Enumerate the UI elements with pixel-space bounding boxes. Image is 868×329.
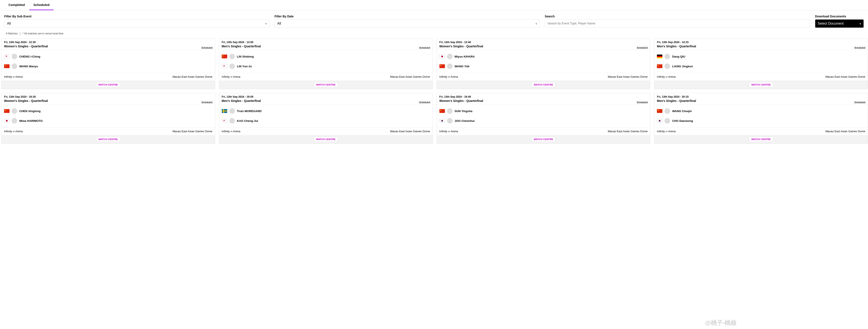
dome: Macao East Asian Games Dome bbox=[826, 130, 865, 133]
match-centre-button[interactable]: MATCH CENTRE bbox=[314, 137, 338, 142]
card-footer: MATCH CENTRE bbox=[219, 80, 433, 89]
tab-scheduled[interactable]: Scheduled bbox=[29, 0, 54, 10]
players-block: WANG Chuqin CHO Daeseong bbox=[654, 104, 868, 127]
filter-date-value: All bbox=[277, 22, 281, 25]
arena: Infinity ∞ Arena bbox=[222, 130, 240, 133]
flag-icon bbox=[222, 119, 227, 123]
avatar bbox=[664, 108, 670, 114]
player-row: Dang QIU bbox=[657, 52, 865, 61]
match-event: Men's Singles - Quarterfinal bbox=[222, 99, 430, 103]
dome: Macao East Asian Games Dome bbox=[608, 130, 648, 133]
match-event: Men's Singles - Quarterfinal bbox=[657, 45, 865, 48]
match-centre-button[interactable]: MATCH CENTRE bbox=[314, 82, 338, 87]
card-footer: MATCH CENTRE bbox=[1, 80, 215, 89]
chevron-down-icon bbox=[266, 22, 267, 25]
player-name: Dang QIU bbox=[672, 55, 685, 58]
dome: Macao East Asian Games Dome bbox=[608, 75, 648, 78]
arena: Infinity ∞ Arena bbox=[4, 75, 23, 78]
arena: Infinity ∞ Arena bbox=[4, 130, 23, 133]
venue-row: Infinity ∞ Arena Macao East Asian Games … bbox=[654, 73, 868, 80]
avatar bbox=[229, 118, 235, 124]
venue-row: Infinity ∞ Arena Macao East Asian Games … bbox=[654, 127, 868, 135]
match-centre-button[interactable]: MATCH CENTRE bbox=[749, 82, 773, 87]
card-header: Fri, 13th Sep 2024 - 12:30 Women's Singl… bbox=[1, 38, 215, 50]
match-card: Fri, 13th Sep 2024 - 18:30 Women's Singl… bbox=[1, 93, 215, 144]
player-row: LIN Shidong bbox=[222, 52, 430, 61]
match-centre-button[interactable]: MATCH CENTRE bbox=[531, 137, 555, 142]
player-name: CHO Daeseong bbox=[672, 119, 693, 122]
player-row: Truls MOREGARD bbox=[222, 106, 430, 116]
documents-value: Select Document bbox=[818, 22, 844, 25]
filter-date-select[interactable]: All bbox=[275, 19, 540, 28]
search-input[interactable] bbox=[545, 19, 810, 27]
avatar bbox=[664, 63, 670, 69]
documents-select[interactable]: Select Document bbox=[815, 19, 864, 28]
player-name: CHENG I-Ching bbox=[19, 55, 40, 58]
status-badge: Scheduled bbox=[636, 47, 649, 49]
card-header: Fri, 13th Sep 2024 - 18:30 Women's Singl… bbox=[1, 93, 215, 104]
venue-row: Infinity ∞ Arena Macao East Asian Games … bbox=[437, 127, 650, 135]
match-card: Fri, 13th Sep 2024 - 20:15 Men's Singles… bbox=[654, 93, 868, 144]
status-badge: Scheduled bbox=[201, 47, 213, 49]
filters-row: Filter By Sub Event All Filter By Date A… bbox=[0, 10, 868, 32]
players-block: Dang QIU LIANG Jingkun bbox=[654, 50, 868, 73]
tabs: Completed Scheduled bbox=[0, 0, 868, 10]
players-block: CHEN Xingtong Miwa HARIMOTO bbox=[1, 104, 215, 127]
filter-sub-event-select[interactable]: All bbox=[4, 19, 270, 28]
dome: Macao East Asian Games Dome bbox=[173, 75, 212, 78]
match-centre-button[interactable]: MATCH CENTRE bbox=[96, 137, 120, 142]
avatar bbox=[229, 63, 235, 69]
avatar bbox=[12, 63, 17, 69]
match-datetime: Fri, 13th Sep 2024 - 19:05 bbox=[222, 95, 430, 98]
flag-icon bbox=[657, 119, 662, 123]
player-name: Miwa HARIMOTO bbox=[19, 119, 42, 122]
player-row: WANG Yidi bbox=[439, 61, 648, 71]
match-centre-button[interactable]: MATCH CENTRE bbox=[531, 82, 555, 87]
player-row: JOO Cheonhui bbox=[439, 116, 648, 126]
tab-completed[interactable]: Completed bbox=[4, 0, 29, 10]
dome: Macao East Asian Games Dome bbox=[390, 130, 430, 133]
match-datetime: Fri, 13th Sep 2024 - 12:30 bbox=[4, 41, 212, 44]
player-row: Miyuu KIHARA bbox=[439, 52, 648, 61]
player-row: WANG Manyu bbox=[4, 61, 212, 71]
meta-row: 8 Matches | * All matches are in venue l… bbox=[0, 32, 868, 37]
flag-icon bbox=[222, 64, 227, 68]
chevron-down-icon bbox=[860, 22, 861, 25]
player-name: Miyuu KIHARA bbox=[455, 55, 475, 58]
dome: Macao East Asian Games Dome bbox=[826, 75, 865, 78]
player-row: Miwa HARIMOTO bbox=[4, 116, 212, 126]
arena: Infinity ∞ Arena bbox=[657, 75, 676, 78]
flag-icon bbox=[657, 64, 662, 68]
flag-icon bbox=[439, 64, 445, 68]
match-datetime: Fri, 13th Sep 2024 - 18:30 bbox=[4, 95, 212, 98]
status-badge: Scheduled bbox=[636, 101, 649, 104]
match-datetime: Fri, 13th Sep 2024 - 13:05 bbox=[222, 41, 430, 44]
flag-icon bbox=[222, 109, 227, 113]
match-datetime: Fri, 13th Sep 2024 - 13:40 bbox=[439, 41, 648, 44]
avatar bbox=[12, 118, 17, 124]
match-event: Men's Singles - Quarterfinal bbox=[222, 45, 430, 48]
match-centre-button[interactable]: MATCH CENTRE bbox=[749, 137, 773, 142]
match-count: 8 Matches bbox=[6, 32, 18, 35]
chevron-down-icon bbox=[536, 22, 537, 25]
card-header: Fri, 13th Sep 2024 - 19:05 Men's Singles… bbox=[219, 93, 433, 104]
card-header: Fri, 13th Sep 2024 - 19:40 Women's Singl… bbox=[437, 93, 650, 104]
match-card: Fri, 13th Sep 2024 - 13:05 Men's Singles… bbox=[219, 38, 433, 89]
player-name: KAO Cheng-Jui bbox=[237, 119, 258, 122]
venue-row: Infinity ∞ Arena Macao East Asian Games … bbox=[219, 127, 433, 135]
avatar bbox=[229, 54, 235, 59]
match-datetime: Fri, 13th Sep 2024 - 14:15 bbox=[657, 41, 865, 44]
flag-icon bbox=[439, 119, 445, 123]
documents-label: Download Documents bbox=[815, 15, 864, 18]
match-grid: Fri, 13th Sep 2024 - 12:30 Women's Singl… bbox=[0, 37, 868, 148]
flag-icon bbox=[657, 55, 662, 58]
match-centre-button[interactable]: MATCH CENTRE bbox=[96, 82, 120, 87]
player-name: LIN Shidong bbox=[237, 55, 254, 58]
player-row: LIANG Jingkun bbox=[657, 61, 865, 71]
player-name: WANG Yidi bbox=[455, 65, 469, 68]
player-name: WANG Chuqin bbox=[672, 110, 692, 113]
player-name: SUN Yingsha bbox=[455, 110, 472, 113]
player-name: Truls MOREGARD bbox=[237, 110, 261, 113]
player-name: LIN Yun-Ju bbox=[237, 65, 252, 68]
avatar bbox=[447, 108, 453, 114]
